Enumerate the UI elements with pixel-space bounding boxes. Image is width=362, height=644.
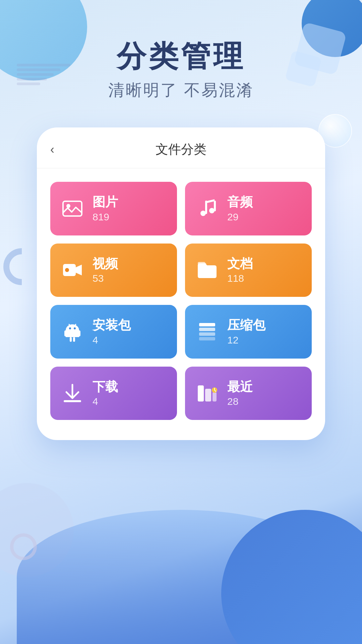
folder-icon [195, 258, 219, 282]
bg-decoration-c-shape [3, 248, 40, 285]
svg-rect-0 [63, 201, 82, 216]
svg-rect-21 [199, 337, 215, 340]
docs-card-name: 文档 [227, 256, 253, 272]
apk-card-info: 安装包 4 [93, 318, 131, 346]
svg-rect-9 [66, 330, 79, 337]
phone-mockup: ‹ 文件分类 图片 819 [37, 127, 325, 440]
zip-card-count: 12 [227, 334, 265, 346]
category-card-images[interactable]: 图片 819 [50, 182, 177, 235]
header-section: 分类管理 清晰明了 不易混淆 [0, 40, 362, 101]
video-card-count: 53 [93, 273, 118, 284]
back-button[interactable]: ‹ [50, 143, 54, 157]
svg-rect-13 [73, 337, 75, 342]
main-subtitle: 清晰明了 不易混淆 [0, 79, 362, 101]
svg-point-3 [209, 208, 215, 213]
svg-rect-20 [199, 332, 215, 336]
svg-point-14 [69, 327, 71, 329]
phone-header-bar: ‹ 文件分类 [37, 127, 325, 168]
svg-rect-19 [199, 328, 215, 331]
svg-rect-23 [198, 385, 204, 401]
downloads-card-info: 下载 4 [93, 379, 118, 408]
svg-rect-24 [205, 389, 211, 401]
svg-point-1 [66, 204, 70, 208]
phone-screen-title: 文件分类 [156, 141, 206, 158]
docs-card-info: 文档 118 [227, 256, 253, 284]
recent-card-name: 最近 [227, 379, 253, 395]
svg-point-2 [200, 211, 206, 216]
recent-icon [195, 381, 219, 406]
recent-card-count: 28 [227, 396, 253, 407]
svg-rect-5 [214, 201, 216, 211]
svg-point-7 [65, 268, 69, 272]
audio-icon [195, 197, 219, 221]
svg-rect-10 [64, 330, 67, 336]
category-card-audio[interactable]: 音频 29 [185, 182, 312, 235]
category-card-video[interactable]: 视频 53 [50, 244, 177, 297]
bg-decoration-ring [10, 533, 37, 560]
svg-point-15 [74, 327, 76, 329]
downloads-card-count: 4 [93, 396, 118, 407]
recent-card-info: 最近 28 [227, 379, 253, 408]
android-icon [60, 320, 84, 344]
zip-card-name: 压缩包 [227, 318, 265, 333]
audio-card-info: 音频 29 [227, 195, 253, 223]
apk-card-count: 4 [93, 334, 131, 346]
image-card-count: 819 [93, 211, 118, 223]
category-card-apk[interactable]: 安装包 4 [50, 305, 177, 359]
category-card-recent[interactable]: 最近 28 [185, 367, 312, 420]
svg-rect-18 [199, 323, 215, 326]
category-card-docs[interactable]: 文档 118 [185, 244, 312, 297]
zip-card-info: 压缩包 12 [227, 318, 265, 346]
svg-rect-11 [78, 330, 80, 336]
category-card-zip[interactable]: 压缩包 12 [185, 305, 312, 359]
video-icon [60, 258, 84, 282]
category-grid: 图片 819 音频 29 [37, 168, 325, 423]
svg-rect-6 [63, 264, 76, 276]
category-card-downloads[interactable]: 下载 4 [50, 367, 177, 420]
svg-rect-12 [70, 337, 72, 342]
image-card-info: 图片 819 [93, 195, 118, 223]
image-card-name: 图片 [93, 195, 118, 210]
apk-card-name: 安装包 [93, 318, 131, 333]
image-icon [60, 197, 84, 221]
main-title: 分类管理 [0, 40, 362, 73]
svg-rect-25 [213, 392, 217, 401]
audio-card-count: 29 [227, 211, 253, 223]
download-icon [60, 381, 84, 406]
video-card-name: 视频 [93, 256, 118, 272]
zip-icon [195, 320, 219, 344]
docs-card-count: 118 [227, 273, 253, 284]
video-card-info: 视频 53 [93, 256, 118, 284]
downloads-card-name: 下载 [93, 379, 118, 395]
audio-card-name: 音频 [227, 195, 253, 210]
svg-rect-22 [64, 400, 81, 402]
